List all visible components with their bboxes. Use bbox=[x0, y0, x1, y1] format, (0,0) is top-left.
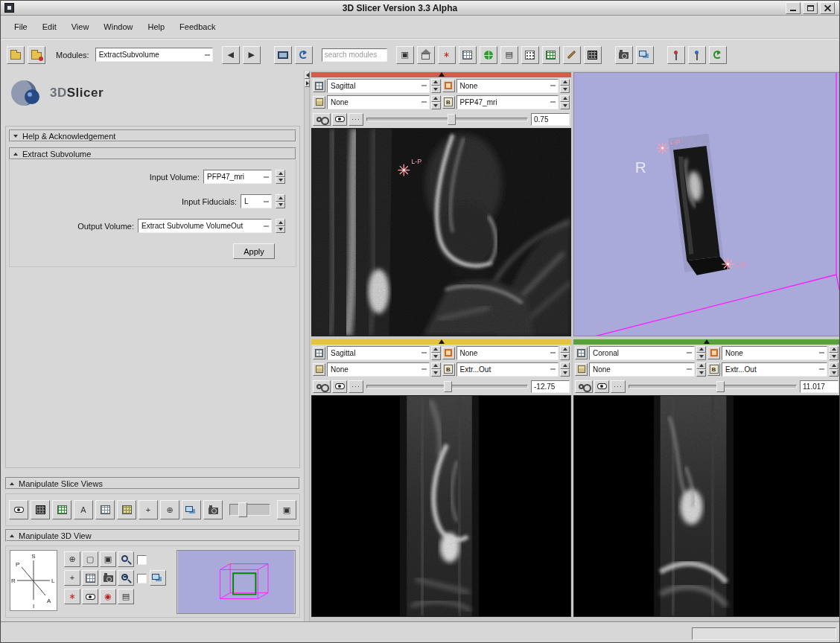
yellow-slice-menu-button[interactable]: ··· bbox=[349, 380, 363, 393]
split-view-button[interactable]: ▤ bbox=[118, 589, 134, 604]
red-slice-visibility-button[interactable] bbox=[332, 113, 347, 126]
stacked-views-button[interactable] bbox=[182, 500, 201, 519]
red-slice-offset-value[interactable]: 0.75 bbox=[531, 113, 570, 126]
red-slice-offset-slider[interactable] bbox=[365, 113, 529, 126]
green-slice-image[interactable] bbox=[573, 395, 840, 617]
green-slice-menu-button[interactable]: ··· bbox=[611, 380, 626, 393]
yellow-slice-offset-slider[interactable] bbox=[365, 380, 529, 393]
foreground-button[interactable] bbox=[442, 80, 455, 92]
sync-views-button[interactable] bbox=[709, 46, 727, 64]
module-forward-button[interactable]: ▶ bbox=[243, 46, 261, 64]
menu-help[interactable]: Help bbox=[140, 20, 172, 33]
slice-options-button[interactable] bbox=[313, 347, 325, 359]
green-view-bar[interactable] bbox=[573, 339, 840, 345]
menu-window[interactable]: Window bbox=[96, 20, 140, 33]
look-from-axis-button[interactable]: + bbox=[64, 570, 80, 586]
yellow-background-select[interactable]: Extr...Out bbox=[456, 362, 559, 377]
fiducials-module-button[interactable]: ∗ bbox=[438, 46, 456, 64]
annotate-module-button[interactable] bbox=[563, 46, 581, 64]
green-orientation-spinner[interactable] bbox=[696, 346, 706, 360]
slider-handle[interactable] bbox=[448, 114, 456, 125]
background-button[interactable]: B bbox=[442, 96, 455, 109]
lightbox-button[interactable] bbox=[117, 500, 136, 519]
module-back-button[interactable]: ◀ bbox=[222, 46, 240, 64]
slice-options-button[interactable] bbox=[575, 347, 588, 359]
label-outline-button[interactable] bbox=[31, 500, 50, 519]
stereo-button[interactable] bbox=[150, 570, 166, 586]
module-search-input[interactable] bbox=[322, 48, 387, 62]
green-foreground-select[interactable]: None bbox=[722, 346, 827, 360]
yellow-orientation-select[interactable]: Sagittal bbox=[327, 346, 430, 360]
crosshair-button[interactable]: + bbox=[139, 500, 158, 519]
red-background-select[interactable]: PFP47_mri bbox=[456, 95, 559, 109]
compare-view-button[interactable] bbox=[95, 500, 115, 519]
models-module-button[interactable]: ▤ bbox=[500, 46, 518, 64]
slider-handle[interactable] bbox=[716, 381, 725, 392]
load-scene-button[interactable] bbox=[7, 46, 25, 64]
axes-visibility-button[interactable]: ∗ bbox=[64, 589, 80, 604]
red-labelmap-select[interactable]: None bbox=[327, 95, 430, 109]
help-section-header[interactable]: Help & Acknowledgement bbox=[9, 129, 296, 142]
spin-checkbox[interactable] bbox=[137, 555, 147, 565]
red-foreground-select[interactable]: None bbox=[456, 79, 559, 93]
yellow-labelmap-select[interactable]: None bbox=[327, 362, 430, 377]
view3d-navigation-preview[interactable] bbox=[176, 550, 296, 614]
slice-options-button[interactable] bbox=[313, 80, 325, 92]
menu-feedback[interactable]: Feedback bbox=[172, 20, 223, 33]
slice-layout-button[interactable]: ▣ bbox=[277, 500, 296, 519]
center-3d-button[interactable]: ⊕ bbox=[64, 551, 80, 567]
volumes-module-button[interactable] bbox=[480, 46, 497, 64]
threeD-view[interactable]: R L-P L-P bbox=[573, 72, 840, 336]
ortho-projection-button[interactable]: ▣ bbox=[100, 551, 116, 567]
title-bar[interactable]: 3D Slicer Version 3.3 Alpha bbox=[1, 1, 839, 16]
green-orientation-select[interactable]: Coronal bbox=[589, 346, 695, 360]
green-slice-offset-slider[interactable] bbox=[627, 380, 798, 393]
interpolation-button[interactable] bbox=[52, 500, 71, 519]
home-module-button[interactable] bbox=[417, 46, 435, 64]
green-slice-visibility-button[interactable] bbox=[594, 380, 609, 393]
labelmap-button[interactable] bbox=[313, 96, 325, 109]
fiducial-pin-blue-button[interactable] bbox=[688, 46, 706, 64]
labelmap-button[interactable] bbox=[313, 363, 325, 376]
apply-button[interactable]: Apply bbox=[233, 243, 275, 259]
red-orientation-select[interactable]: Sagittal bbox=[327, 79, 430, 93]
red-foreground-spinner[interactable] bbox=[560, 79, 570, 93]
background-button[interactable]: B bbox=[442, 363, 455, 376]
output-volume-spinner[interactable] bbox=[276, 219, 285, 233]
red-orientation-spinner[interactable] bbox=[431, 79, 441, 93]
input-fiducials-spinner[interactable] bbox=[276, 194, 285, 208]
green-foreground-spinner[interactable] bbox=[829, 346, 839, 360]
fiducial-pin-red-button[interactable] bbox=[667, 46, 685, 64]
close-button[interactable] bbox=[820, 2, 835, 14]
yellow-slice-image[interactable] bbox=[311, 395, 571, 617]
manipulate-slice-views-header[interactable]: Manipulate Slice Views bbox=[5, 477, 300, 490]
labelmap-button[interactable] bbox=[575, 363, 588, 376]
green-labelmap-spinner[interactable] bbox=[696, 362, 706, 377]
green-labelmap-select[interactable]: None bbox=[589, 362, 695, 377]
editor-module-button[interactable] bbox=[542, 46, 560, 64]
green-background-select[interactable]: Extr...Out bbox=[722, 362, 827, 377]
slider-handle[interactable] bbox=[238, 502, 247, 517]
yellow-foreground-select[interactable]: None bbox=[456, 346, 559, 360]
zoom-out-button[interactable] bbox=[118, 570, 134, 586]
capture-3d-button[interactable] bbox=[100, 570, 116, 586]
yellow-slice-visibility-button[interactable] bbox=[332, 380, 347, 393]
menu-view[interactable]: View bbox=[64, 20, 97, 33]
input-fiducials-select[interactable]: L bbox=[241, 194, 272, 208]
extract-section-header[interactable]: Extract Subvolume bbox=[9, 147, 296, 160]
menu-edit[interactable]: Edit bbox=[35, 20, 64, 33]
input-volume-spinner[interactable] bbox=[276, 170, 285, 184]
yellow-labelmap-spinner[interactable] bbox=[431, 362, 441, 377]
yellow-slice-offset-value[interactable]: -12.75 bbox=[531, 380, 570, 393]
layout-button[interactable] bbox=[274, 46, 292, 64]
green-link-views-button[interactable] bbox=[575, 380, 593, 393]
annotations-button[interactable]: A bbox=[74, 500, 93, 519]
spin-view-button[interactable]: ▢ bbox=[82, 551, 98, 567]
slider-handle[interactable] bbox=[444, 381, 452, 392]
capture-slices-button[interactable] bbox=[203, 500, 223, 519]
input-volume-select[interactable]: PFP47_mri bbox=[203, 170, 272, 184]
foreground-button[interactable] bbox=[707, 347, 720, 359]
screen-capture-button[interactable] bbox=[636, 46, 654, 64]
red-view-bar[interactable] bbox=[311, 72, 571, 77]
label-opacity-slider[interactable] bbox=[229, 502, 270, 517]
